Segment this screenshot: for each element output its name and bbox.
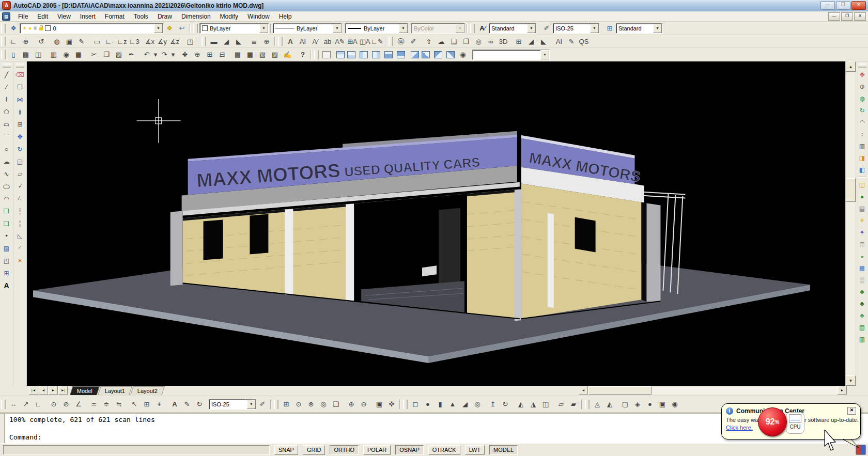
redo-icon[interactable]: ↷ (158, 49, 171, 60)
flat-edges-icon[interactable]: ◉ (669, 399, 681, 410)
justify-text-icon[interactable]: ◫A (359, 36, 371, 47)
paste-icon[interactable]: ▨ (113, 49, 125, 60)
section-icon[interactable]: ◮ (527, 399, 539, 410)
erase-icon[interactable]: ⌫ (13, 69, 27, 81)
setup-profile-icon[interactable]: ◬ (591, 399, 603, 410)
extend-icon[interactable]: ⁄- (13, 193, 27, 205)
linetype-combo-arrow[interactable]: ▼ (333, 24, 342, 33)
table-icon[interactable]: ⊞ (0, 267, 13, 279)
command-grip[interactable] (0, 414, 5, 443)
layout-tab[interactable]: Model (70, 386, 99, 395)
dim-style-combo-arrow[interactable]: ▼ (590, 24, 599, 33)
3d-adjust-distance-icon[interactable]: ↕ (856, 128, 868, 140)
table-style-combo-arrow[interactable]: ▼ (653, 24, 662, 33)
3d-pan-icon[interactable]: ✥ (856, 69, 868, 81)
subtract-icon[interactable]: ❏ (447, 36, 460, 47)
scroll-down-button[interactable]: ▼ (846, 375, 856, 386)
single-line-text-icon[interactable]: AI (297, 36, 309, 47)
open-icon[interactable]: ▤ (20, 49, 32, 60)
menu-item[interactable]: View (53, 12, 75, 21)
status-toggle-button[interactable]: ORTHO (330, 445, 359, 455)
toolbar-handle[interactable] (16, 64, 24, 68)
back-clip-icon[interactable]: ◧ (856, 164, 868, 176)
3d-array-icon[interactable]: ⊞ (513, 36, 525, 47)
align-icon[interactable]: AI (553, 36, 565, 47)
layer-combo-arrow[interactable]: ▼ (154, 24, 163, 33)
area-icon[interactable]: ◢ (220, 36, 233, 47)
explode-icon[interactable]: ✶ (13, 255, 27, 267)
markup-icon[interactable]: ✍ (281, 49, 293, 60)
polyline-icon[interactable]: ⌇ (0, 93, 13, 106)
ucs-z-icon[interactable]: ∟z (116, 36, 128, 47)
zoom-center-icon[interactable]: ◎ (317, 399, 330, 410)
cylinder-icon[interactable]: ▮ (434, 399, 446, 410)
ucs-previous-icon[interactable]: ↺ (35, 36, 48, 47)
arc-icon[interactable]: ⌒ (0, 131, 13, 143)
text-style-combo[interactable]: Standard ▼ (489, 23, 536, 34)
save-icon[interactable]: ◫ (32, 49, 44, 60)
qleader-icon[interactable]: ↖ (128, 399, 141, 410)
tab-last-button[interactable]: ►| (58, 386, 68, 395)
toolbar-handle[interactable] (1, 24, 6, 33)
status-toggle-button[interactable]: OTRACK (428, 445, 460, 455)
menu-item[interactable]: Help (274, 12, 297, 21)
view-nw-iso-icon[interactable] (444, 49, 457, 60)
scroll-up-button[interactable]: ▲ (846, 61, 856, 72)
break-icon[interactable]: ╎ (13, 217, 27, 230)
center-mark-icon[interactable]: + (153, 399, 165, 410)
status-toggle-button[interactable]: POLAR (363, 445, 391, 455)
scale-icon[interactable]: ◲ (13, 155, 27, 168)
rings-icon[interactable]: ∞ (485, 36, 497, 47)
publish-icon[interactable]: ▦ (72, 49, 85, 60)
point-icon[interactable]: • (0, 230, 13, 242)
stretch-icon[interactable]: ▱ (13, 168, 27, 180)
layer-combo[interactable]: ☀ ● ❋ 0 ▼ (20, 23, 163, 34)
toolbar-handle[interactable] (314, 50, 319, 59)
menu-item[interactable]: Insert (75, 12, 100, 21)
region-icon[interactable]: ◳ (0, 255, 13, 267)
ucs-face-icon[interactable]: ◍ (51, 36, 63, 47)
circle-icon[interactable]: ○ (0, 143, 13, 155)
extrude-face-icon[interactable]: ⇧ (423, 36, 435, 47)
toolbar-handle[interactable] (202, 37, 206, 46)
view-front-icon[interactable] (382, 49, 395, 60)
dim-baseline-icon[interactable]: ≑ (100, 399, 113, 410)
status-toggle-button[interactable]: LWT (465, 445, 485, 455)
lights-icon[interactable]: ☀ (856, 214, 868, 226)
line-icon[interactable]: ╱ (0, 69, 13, 81)
3d-wireframe-icon[interactable]: ▢ (619, 399, 631, 410)
hscroll-left-button[interactable]: ◄ (579, 386, 588, 395)
ucs-object-icon[interactable]: ▣ (63, 36, 75, 47)
dim-style-manager-icon[interactable]: ✐ (256, 399, 269, 410)
linetype-combo[interactable]: ByLayer ▼ (273, 23, 342, 34)
draworder-icon[interactable]: ⓐ (395, 36, 407, 47)
toolbar-handle[interactable] (389, 37, 393, 46)
insert-block-icon[interactable]: ❒ (0, 205, 13, 217)
ucs-origin-icon[interactable]: ▭ (91, 36, 103, 47)
zoom-out-icon[interactable]: ⊖ (358, 399, 370, 410)
table-style-icon[interactable]: ⊞ (603, 23, 616, 34)
ellipse-icon[interactable]: ◯ (0, 180, 13, 193)
array-icon[interactable]: ⊞ (13, 118, 27, 131)
zoom-dynamic-icon[interactable]: ⊙ (292, 399, 305, 410)
toolbar-handle[interactable] (858, 64, 866, 68)
tab-first-button[interactable]: |◄ (29, 386, 38, 395)
minimize-button[interactable]: — (820, 1, 835, 10)
status-toggle-button[interactable]: OSNAP (395, 445, 424, 455)
landscape-library-icon[interactable]: ♣ (856, 309, 868, 321)
landscape-edit-icon[interactable]: ♣ (856, 297, 868, 309)
toolbar-handle[interactable] (1, 400, 6, 409)
cone-icon[interactable]: ▲ (446, 399, 459, 410)
close-button[interactable]: ✕ (851, 1, 866, 10)
zoom-scale-icon[interactable]: ⊗ (305, 399, 317, 410)
layer-properties-manager-icon[interactable]: ❖ (7, 23, 20, 34)
polygon-icon[interactable]: ⬠ (0, 106, 13, 118)
cpu-meter-widget[interactable]: CPU (786, 412, 804, 434)
mdi-restore-button[interactable]: ❐ (841, 12, 853, 21)
tab-previous-button[interactable]: ◄ (39, 386, 48, 395)
view-name-combo-arrow[interactable]: ▼ (540, 50, 549, 59)
materials-library-icon[interactable]: ≣ (856, 238, 868, 250)
convert-text-icon[interactable]: ∟✎ (371, 36, 383, 47)
ucs-3point-icon[interactable]: ∟3 (128, 36, 141, 47)
zoom-window-icon[interactable]: ⊞ (280, 399, 292, 410)
